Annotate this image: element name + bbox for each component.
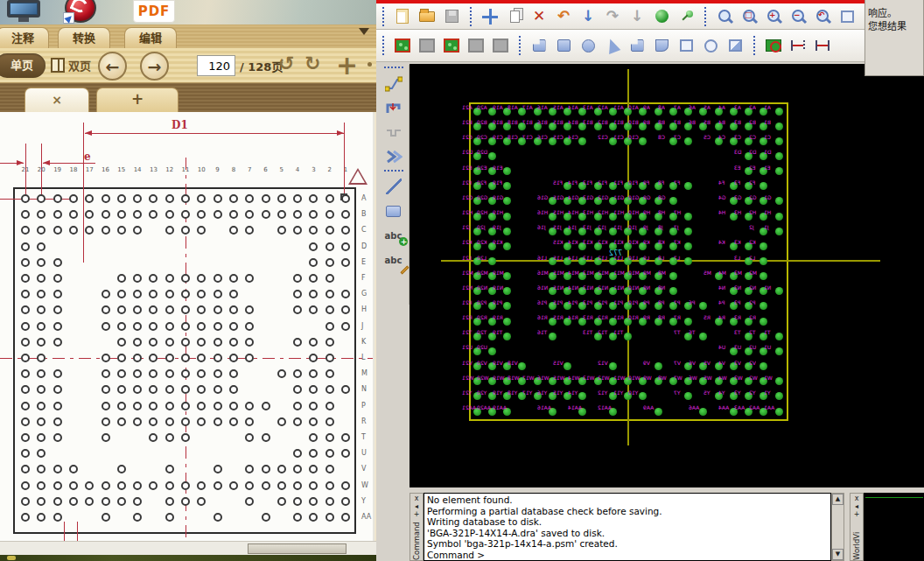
worldview-close-icon[interactable]: x — [851, 494, 862, 502]
pin-number-label: M8 — [658, 270, 666, 276]
smd-pad — [775, 152, 783, 160]
document-tab-new[interactable]: + — [96, 88, 178, 112]
horizontal-scrollbar[interactable] — [0, 541, 376, 555]
console-collapse-icon[interactable]: ◂ — [411, 502, 422, 510]
copy-shape-button[interactable] — [626, 35, 648, 57]
add-connect-button[interactable] — [381, 72, 407, 95]
pin-number-label: R19 — [493, 315, 503, 320]
shape-polygon-button[interactable] — [528, 35, 550, 57]
worldview-title[interactable]: WorldVi — [852, 520, 861, 560]
column-number: 17 — [83, 166, 95, 173]
scroll-up-button[interactable]: ▲ — [832, 494, 844, 505]
ribbon-overflow-icon[interactable] — [359, 28, 369, 35]
cad-window: ✕ ↶ ↓ ↷ ↓ □ + − ↶ — [376, 0, 924, 561]
route-edit-button[interactable] — [381, 96, 407, 119]
edit-text-button[interactable]: abc — [381, 249, 407, 271]
console-log[interactable]: No element found.Performing a partial da… — [424, 493, 831, 561]
redo-button[interactable]: ↷ — [601, 5, 624, 27]
pin-number-label: T6 — [689, 330, 695, 335]
slide-button[interactable] — [381, 145, 407, 168]
done-button[interactable]: ↓ — [577, 5, 599, 27]
circle-outline-icon — [704, 39, 718, 53]
board-gray2-button[interactable] — [465, 35, 487, 57]
worldview-pin-icon[interactable]: + — [851, 510, 862, 518]
tab-edit[interactable]: 编辑 — [124, 27, 177, 48]
ball-pad — [277, 497, 286, 506]
void-poly-button[interactable] — [724, 35, 746, 57]
worldview-collapse-icon[interactable]: ◂ — [851, 502, 862, 510]
copy-button[interactable] — [503, 5, 526, 27]
measure-button[interactable] — [811, 35, 834, 57]
shape-rect-button[interactable] — [552, 35, 575, 57]
pdf-badge-icon[interactable]: PDF — [133, 0, 175, 23]
measure-dashed-button[interactable] — [787, 35, 809, 57]
zoom-fit-button[interactable]: □ — [738, 5, 760, 27]
pdf-app-shortcut-icon[interactable] — [63, 0, 98, 25]
board-gray1-button[interactable] — [416, 35, 438, 57]
pin-number-label: Y10 — [628, 390, 638, 396]
worldview-canvas[interactable] — [864, 493, 924, 561]
cancel-button[interactable]: ↓ — [626, 5, 648, 27]
zoom-world-button[interactable] — [836, 5, 858, 27]
shape-circle-button[interactable] — [577, 35, 599, 57]
tab-annotate[interactable]: 注释 — [0, 27, 49, 48]
pdf-page-bga-drawing[interactable]: D1 e 212019181716151413121110987654321AB… — [0, 112, 374, 541]
zoom-previous-button[interactable]: ↶ — [811, 5, 834, 27]
add-text-button[interactable]: abc+ — [381, 224, 407, 247]
void-circle-button[interactable] — [699, 35, 722, 57]
void-rect-button[interactable] — [675, 35, 697, 57]
page-total-label: / 128页 — [240, 58, 283, 74]
board-view-button[interactable] — [391, 35, 414, 57]
next-page-button[interactable]: → — [140, 52, 169, 81]
open-drawing-button[interactable] — [416, 5, 438, 27]
add-rect-button[interactable] — [381, 200, 407, 222]
ball-pad — [262, 465, 270, 473]
add-line-button[interactable] — [381, 175, 407, 198]
single-page-button[interactable]: 单页 — [0, 53, 46, 78]
pin-button[interactable] — [675, 5, 697, 27]
pin-number-label: H7 — [674, 210, 681, 215]
zoom-in-button[interactable]: + — [762, 5, 785, 27]
scroll-down-button[interactable]: ▼ — [832, 549, 844, 560]
save-drawing-button[interactable] — [440, 5, 463, 27]
select-shape-button[interactable] — [601, 35, 624, 57]
ball-pad — [69, 194, 78, 203]
tab-convert[interactable]: 转换 — [58, 27, 110, 48]
ball-pad — [133, 497, 142, 506]
rotate-cw-button[interactable]: ↻ — [304, 53, 320, 74]
delete-button[interactable]: ✕ — [528, 5, 550, 27]
computer-icon[interactable] — [4, 0, 44, 25]
double-page-button[interactable]: 双页 — [51, 55, 91, 78]
page-number-input[interactable] — [197, 55, 235, 76]
component-button[interactable] — [762, 35, 785, 57]
zoom-points-button[interactable] — [713, 5, 736, 27]
pin-number-label: D21 — [462, 150, 472, 155]
hint-tooltip: 响应。 您想结果 — [864, 0, 924, 76]
console-close-icon[interactable]: x — [411, 494, 422, 502]
stub-button[interactable] — [381, 121, 407, 144]
pin-number-label: U21 — [462, 345, 472, 350]
undo-button[interactable]: ↶ — [552, 5, 575, 27]
cad-canvas[interactable]: 772 A21A20A19A18A17A16A15A14A13A12A11A10… — [410, 64, 924, 487]
pin-number-label: G1 — [764, 195, 771, 200]
rotate-ccw-button[interactable]: ↺ — [278, 53, 294, 74]
world-button[interactable] — [650, 5, 673, 27]
pin-number-label: L3 — [734, 256, 740, 261]
zoom-in-button[interactable]: + — [336, 50, 358, 81]
console-title[interactable]: Command — [412, 520, 421, 560]
console-pin-icon[interactable]: + — [411, 510, 422, 518]
prev-page-button[interactable]: ← — [98, 52, 127, 81]
console-scrollbar[interactable]: ▲ ▼ — [831, 493, 844, 561]
scrollbar-thumb[interactable] — [248, 543, 346, 554]
pin-number-label: K3 — [734, 240, 741, 245]
new-drawing-button[interactable] — [391, 5, 414, 27]
smd-pad — [699, 408, 707, 416]
board-gray3-button[interactable] — [489, 35, 512, 57]
document-tab-close[interactable]: × — [24, 88, 89, 112]
shape-arc-button[interactable] — [650, 35, 673, 57]
board-route-button[interactable] — [440, 35, 463, 57]
toolbar-separator — [384, 67, 403, 70]
ball-pad — [102, 402, 110, 410]
move-button[interactable] — [479, 5, 501, 27]
zoom-out-button[interactable]: − — [787, 5, 809, 27]
